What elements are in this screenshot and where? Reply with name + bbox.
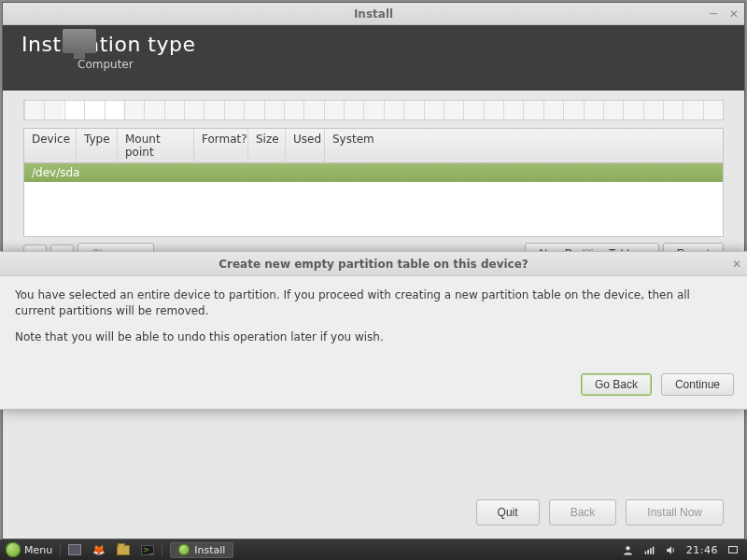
window-title: Install xyxy=(354,7,393,21)
dialog-close-icon[interactable]: ✕ xyxy=(732,258,741,271)
show-desktop-button[interactable] xyxy=(63,539,87,560)
terminal-icon: >_ xyxy=(141,545,154,555)
col-device[interactable]: Device xyxy=(24,129,77,162)
page-title: Installation type xyxy=(21,33,726,56)
firefox-icon: 🦊 xyxy=(92,543,106,556)
svg-point-0 xyxy=(627,546,630,550)
taskbar-entry-label: Install xyxy=(194,544,225,556)
show-desktop-icon xyxy=(68,544,81,555)
dialog-title: Create new empty partition table on this… xyxy=(218,258,529,271)
quit-button[interactable]: Quit xyxy=(476,499,540,525)
col-format[interactable]: Format? xyxy=(194,129,248,162)
svg-rect-2 xyxy=(648,549,650,553)
table-header: Device Type Mount point Format? Size Use… xyxy=(24,129,723,163)
menu-label: Menu xyxy=(24,544,52,556)
row-device: /dev/sda xyxy=(32,166,79,179)
window-titlebar[interactable]: Install ─ ✕ xyxy=(3,3,744,25)
col-system[interactable]: System xyxy=(325,129,723,162)
svg-rect-4 xyxy=(653,546,655,553)
dialog-titlebar[interactable]: Create new empty partition table on this… xyxy=(0,252,747,276)
confirm-partition-dialog: Create new empty partition table on this… xyxy=(0,251,747,410)
dialog-footer: Go Back Continue xyxy=(0,366,747,409)
menu-button[interactable]: Menu xyxy=(0,539,58,560)
go-back-button[interactable]: Go Back xyxy=(581,373,652,396)
app-icon xyxy=(178,544,190,555)
continue-button[interactable]: Continue xyxy=(661,373,734,396)
terminal-launcher[interactable]: >_ xyxy=(135,539,160,560)
tray-overflow-icon[interactable] xyxy=(726,543,740,556)
disk-usage-bar[interactable] xyxy=(23,100,724,120)
page-subtitle: Computer xyxy=(78,58,726,71)
mint-logo-icon xyxy=(6,542,21,557)
dialog-message-2: Note that you will be able to undo this … xyxy=(15,329,732,345)
page-header: Installation type Computer xyxy=(3,25,744,91)
svg-rect-1 xyxy=(645,551,647,553)
wizard-footer: Quit Back Install Now xyxy=(476,499,724,525)
col-size[interactable]: Size xyxy=(248,129,286,162)
col-mount[interactable]: Mount point xyxy=(118,129,194,162)
install-now-button[interactable]: Install Now xyxy=(626,499,724,525)
computer-icon xyxy=(63,29,96,53)
svg-rect-3 xyxy=(650,548,652,554)
col-type[interactable]: Type xyxy=(77,129,118,162)
network-icon[interactable] xyxy=(643,543,656,556)
table-row[interactable]: /dev/sda xyxy=(24,163,723,182)
taskbar: Menu 🦊 >_ Install 21:46 xyxy=(0,539,747,560)
folder-icon xyxy=(117,545,130,555)
col-used[interactable]: Used xyxy=(286,129,325,162)
system-tray: 21:46 xyxy=(614,543,747,556)
svg-rect-5 xyxy=(729,547,738,553)
close-button[interactable]: ✕ xyxy=(724,5,744,23)
volume-icon[interactable] xyxy=(665,543,678,556)
firefox-launcher[interactable]: 🦊 xyxy=(87,539,111,560)
back-button[interactable]: Back xyxy=(549,499,617,525)
dialog-message-1: You have selected an entire device to pa… xyxy=(15,287,732,320)
dialog-body: You have selected an entire device to pa… xyxy=(0,276,747,366)
table-body: /dev/sda xyxy=(24,163,723,236)
minimize-button[interactable]: ─ xyxy=(703,5,724,23)
clock[interactable]: 21:46 xyxy=(686,544,718,556)
window-buttons: ─ ✕ xyxy=(703,5,744,23)
taskbar-entry-install[interactable]: Install xyxy=(164,539,239,560)
files-launcher[interactable] xyxy=(111,539,135,560)
user-icon[interactable] xyxy=(622,543,635,556)
partition-table: Device Type Mount point Format? Size Use… xyxy=(23,128,724,237)
